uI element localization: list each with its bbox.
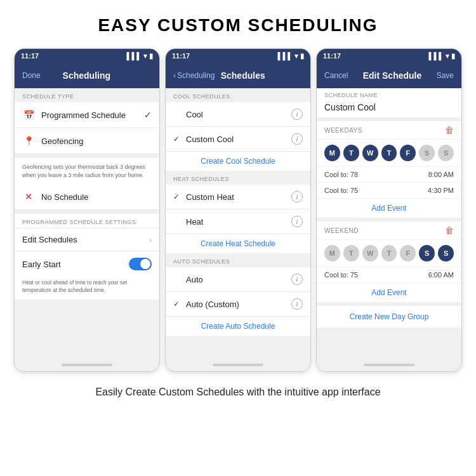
phone2-content: COOL SCHEDULES Cool i ✓ Custom Cool i Cr…	[166, 88, 310, 359]
weekday-event-1[interactable]: Cool to: 78 8:00 AM	[317, 166, 461, 182]
auto-label: Auto	[186, 275, 291, 284]
signal-icon-2: ▌▌▌	[278, 52, 293, 60]
weekend-sat[interactable]: S	[419, 245, 435, 261]
weekend-tue[interactable]: T	[343, 245, 359, 261]
auto-schedules-list: Auto i ✓ Auto (Custom) i	[166, 267, 310, 317]
weekday-sat[interactable]: S	[419, 145, 435, 161]
weekday-tue[interactable]: T	[343, 145, 359, 161]
status-time-3: 11:17	[323, 52, 341, 60]
geofencing-info: Geofencing sets your thermostat back 3 d…	[15, 158, 159, 184]
programmed-section-label: PROGRAMMED SCHEDULE SETTINGS	[15, 214, 159, 228]
chevron-right-icon: ›	[149, 235, 152, 244]
auto-info-icon[interactable]: i	[291, 274, 303, 285]
no-schedule-label: No Schedule	[41, 192, 152, 202]
no-schedule-item[interactable]: ✕ No Schedule	[15, 184, 159, 210]
programmed-schedule-item[interactable]: 📅 Programmed Schedule ✓	[15, 102, 159, 128]
nav-back-2[interactable]: ‹ Scheduling	[173, 71, 215, 80]
home-indicator-1	[15, 359, 159, 371]
custom-cool-label: Custom Cool	[186, 135, 291, 144]
weekend-fri[interactable]: F	[400, 245, 416, 261]
location-icon: 📍	[22, 135, 35, 147]
custom-cool-check: ✓	[173, 135, 182, 143]
weekend-add-event[interactable]: Add Event	[317, 282, 461, 302]
battery-icon-3: ▮	[451, 52, 455, 60]
nav-title-2: Schedules	[221, 70, 265, 81]
weekdays-bubbles: M T W T F S S	[317, 140, 461, 166]
weekend-group: WEEKEND 🗑 M T W T F S S Cool to: 75 6:00…	[317, 221, 461, 302]
geofencing-label: Geofencing	[41, 136, 152, 146]
bottom-caption: Easily Create Custom Schedules with the …	[0, 372, 476, 413]
cancel-button[interactable]: Cancel	[324, 71, 348, 80]
status-time-2: 11:17	[172, 52, 190, 60]
create-cool-link[interactable]: Create Cool Schedule	[166, 152, 310, 171]
page-title: EASY CUSTOM SCHEDULING	[0, 0, 476, 48]
weekend-thu[interactable]: T	[381, 245, 397, 261]
status-bar-1: 11:17 ▌▌▌ ▾ ▮	[15, 49, 159, 63]
weekdays-add-event[interactable]: Add Event	[317, 198, 461, 218]
edit-content: SCHEDULE NAME Custom Cool WEEKDAYS 🗑 M T…	[317, 88, 461, 359]
cool-info-icon[interactable]: i	[291, 109, 303, 120]
signal-icon: ▌▌▌	[127, 52, 142, 60]
weekend-label: WEEKEND	[324, 227, 445, 234]
phone-edit-schedule: 11:17 ▌▌▌ ▾ ▮ Cancel Edit Schedule Save …	[316, 48, 462, 372]
custom-heat-check: ✓	[173, 192, 182, 201]
auto-custom-item[interactable]: ✓ Auto (Custom) i	[166, 292, 310, 317]
home-indicator-2	[166, 359, 310, 371]
custom-heat-item[interactable]: ✓ Custom Heat i	[166, 185, 310, 209]
save-button[interactable]: Save	[437, 71, 454, 80]
create-day-group-btn[interactable]: Create New Day Group	[317, 306, 461, 327]
status-bar-2: 11:17 ▌▌▌ ▾ ▮	[166, 49, 310, 63]
schedule-name-section: SCHEDULE NAME Custom Cool	[317, 88, 461, 117]
cool-item[interactable]: Cool i	[166, 102, 310, 127]
schedule-type-label: SCHEDULE TYPE	[15, 88, 159, 102]
phones-container: 11:17 ▌▌▌ ▾ ▮ Done Scheduling SCHEDULE T…	[0, 48, 476, 372]
wifi-icon-2: ▾	[294, 52, 298, 60]
x-icon: ✕	[22, 190, 35, 203]
wifi-icon-3: ▾	[446, 52, 449, 60]
auto-custom-info-icon[interactable]: i	[291, 298, 303, 310]
nav-done[interactable]: Done	[22, 71, 41, 80]
heat-item[interactable]: Heat i	[166, 209, 310, 234]
phone1-content: SCHEDULE TYPE 📅 Programmed Schedule ✓ 📍 …	[15, 88, 159, 359]
weekend-event-1[interactable]: Cool to: 75 6:00 AM	[317, 267, 461, 282]
early-start-toggle[interactable]	[129, 258, 152, 270]
weekday-thu[interactable]: T	[381, 145, 397, 161]
weekday-event-1-label: Cool to: 78	[324, 171, 428, 178]
auto-item[interactable]: Auto i	[166, 267, 310, 292]
weekdays-header: WEEKDAYS 🗑	[317, 121, 461, 140]
weekday-mon[interactable]: M	[324, 145, 340, 161]
weekday-sun[interactable]: S	[438, 145, 454, 161]
create-auto-link[interactable]: Create Auto Schedule	[166, 317, 310, 336]
custom-cool-info-icon[interactable]: i	[291, 133, 303, 145]
weekend-bubbles: M T W T F S S	[317, 240, 461, 267]
nav-bar-1: Done Scheduling	[15, 63, 159, 88]
weekdays-trash-icon[interactable]: 🗑	[445, 125, 454, 135]
programmed-schedule-label: Programmed Schedule	[41, 110, 138, 120]
heat-info-icon[interactable]: i	[291, 216, 303, 227]
weekend-event-1-time: 6:00 AM	[428, 271, 454, 279]
weekday-event-2[interactable]: Cool to: 75 4:30 PM	[317, 182, 461, 198]
early-start-row[interactable]: Early Start	[15, 251, 159, 277]
home-bar-2	[213, 364, 263, 366]
weekday-fri[interactable]: F	[400, 145, 416, 161]
schedule-name-value[interactable]: Custom Cool	[317, 100, 461, 117]
weekday-wed[interactable]: W	[362, 145, 378, 161]
weekday-event-2-time: 4:30 PM	[428, 187, 454, 194]
edit-schedules-item[interactable]: Edit Schedules ›	[15, 228, 159, 251]
status-icons-3: ▌▌▌ ▾ ▮	[429, 52, 455, 60]
geofencing-item[interactable]: 📍 Geofencing	[15, 128, 159, 154]
weekend-trash-icon[interactable]: 🗑	[445, 225, 454, 235]
weekend-mon[interactable]: M	[324, 245, 340, 261]
custom-cool-item[interactable]: ✓ Custom Cool i	[166, 127, 310, 152]
calendar-icon: 📅	[22, 109, 35, 121]
signal-icon-3: ▌▌▌	[429, 52, 444, 60]
status-icons-1: ▌▌▌ ▾ ▮	[127, 52, 153, 60]
custom-heat-info-icon[interactable]: i	[291, 191, 303, 202]
auto-section-header: AUTO SCHEDULES	[166, 253, 310, 267]
create-heat-link[interactable]: Create Heat Schedule	[166, 234, 310, 253]
nav-title-1: Scheduling	[63, 70, 110, 81]
weekend-wed[interactable]: W	[362, 245, 378, 261]
weekend-sun[interactable]: S	[438, 245, 454, 261]
phone-schedules: 11:17 ▌▌▌ ▾ ▮ ‹ Scheduling Schedules COO…	[165, 48, 311, 372]
programmed-checkmark: ✓	[144, 110, 152, 120]
